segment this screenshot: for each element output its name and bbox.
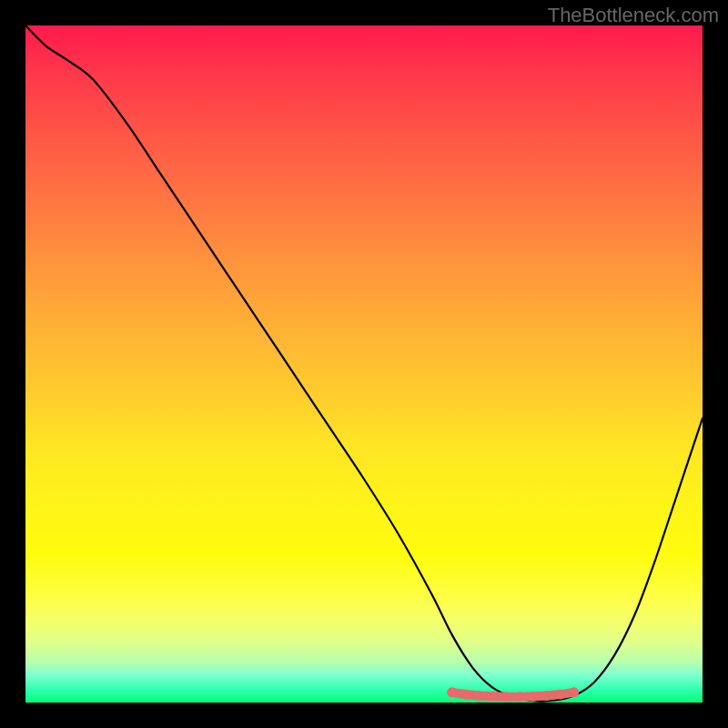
marker-dot [529,692,539,702]
marker-dot [447,687,457,697]
watermark-text: TheBottleneck.com [548,4,719,27]
plot-area [25,25,703,703]
marker-dot [488,692,498,702]
chart-container: TheBottleneck.com [0,0,728,728]
marker-dot [541,691,551,701]
marker-dot [515,692,525,702]
curve-svg [25,25,703,703]
marker-dot [555,690,565,700]
marker-dot [501,692,511,702]
marker-dot [474,691,484,701]
bottleneck-curve [25,25,703,702]
marker-dot [569,687,579,697]
marker-dot [460,690,470,700]
